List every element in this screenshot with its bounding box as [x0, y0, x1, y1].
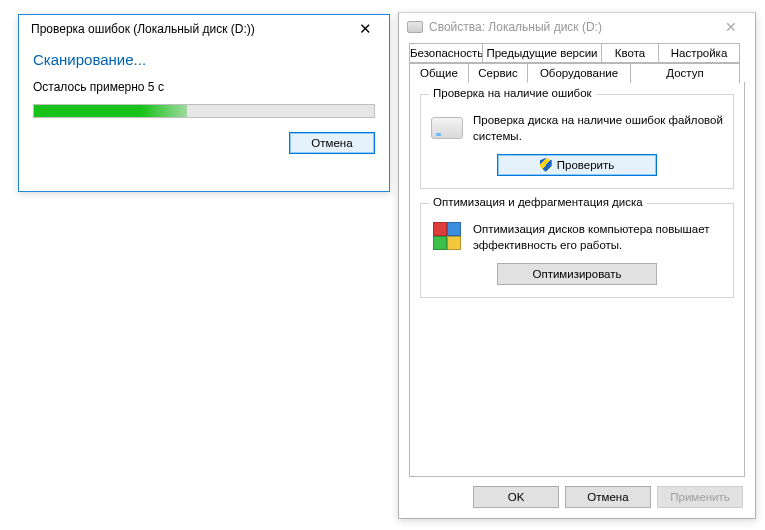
ok-button[interactable]: OK [473, 486, 559, 508]
drive-icon [407, 21, 423, 33]
defrag-icon [431, 220, 463, 252]
tab-panel-tools: Проверка на наличие ошибок Проверка диск… [409, 82, 745, 477]
cancel-button[interactable]: Отмена [565, 486, 651, 508]
check-button[interactable]: Проверить [497, 154, 657, 176]
tab-tools[interactable]: Сервис [468, 63, 528, 83]
window-title: Свойства: Локальный диск (D:) [429, 20, 711, 34]
optimize-button[interactable]: Оптимизировать [497, 263, 657, 285]
dialog-footer-buttons: OK Отмена Применить [473, 486, 743, 508]
tab-previous-versions[interactable]: Предыдущие версии [482, 43, 602, 63]
tab-hardware[interactable]: Оборудование [527, 63, 631, 83]
scan-remaining: Осталось примерно 5 с [33, 80, 375, 94]
progress-bar [33, 104, 375, 118]
cancel-button[interactable]: Отмена [289, 132, 375, 154]
tab-customize[interactable]: Настройка [658, 43, 740, 63]
progress-fill [34, 105, 187, 117]
optimize-desc: Оптимизация дисков компьютера повышает э… [473, 220, 723, 253]
close-icon[interactable]: ✕ [711, 15, 751, 39]
scan-dialog: Проверка ошибок (Локальный диск (D:)) ✕ … [18, 14, 390, 192]
error-check-desc: Проверка диска на наличие ошибок файлово… [473, 111, 723, 144]
group-optimize: Оптимизация и дефрагментация диска Оптим… [420, 203, 734, 298]
tab-general[interactable]: Общие [409, 63, 469, 83]
titlebar[interactable]: Свойства: Локальный диск (D:) ✕ [399, 13, 755, 41]
drive-icon [431, 117, 463, 139]
scan-status: Сканирование... [33, 51, 375, 68]
apply-button: Применить [657, 486, 743, 508]
optimize-button-label: Оптимизировать [532, 268, 621, 280]
tab-security[interactable]: Безопасность [409, 43, 483, 63]
group-error-check: Проверка на наличие ошибок Проверка диск… [420, 94, 734, 189]
close-icon[interactable]: ✕ [345, 17, 385, 41]
window-title: Проверка ошибок (Локальный диск (D:)) [31, 22, 345, 36]
check-button-label: Проверить [557, 159, 615, 171]
shield-icon [540, 158, 552, 172]
group-title-error-check: Проверка на наличие ошибок [429, 87, 596, 99]
tab-quota[interactable]: Квота [601, 43, 659, 63]
group-title-optimize: Оптимизация и дефрагментация диска [429, 196, 647, 208]
tabs: Безопасность Предыдущие версии Квота Нас… [399, 41, 755, 477]
properties-window: Свойства: Локальный диск (D:) ✕ Безопасн… [398, 12, 756, 519]
titlebar[interactable]: Проверка ошибок (Локальный диск (D:)) ✕ [19, 15, 389, 43]
tab-sharing[interactable]: Доступ [630, 63, 740, 83]
